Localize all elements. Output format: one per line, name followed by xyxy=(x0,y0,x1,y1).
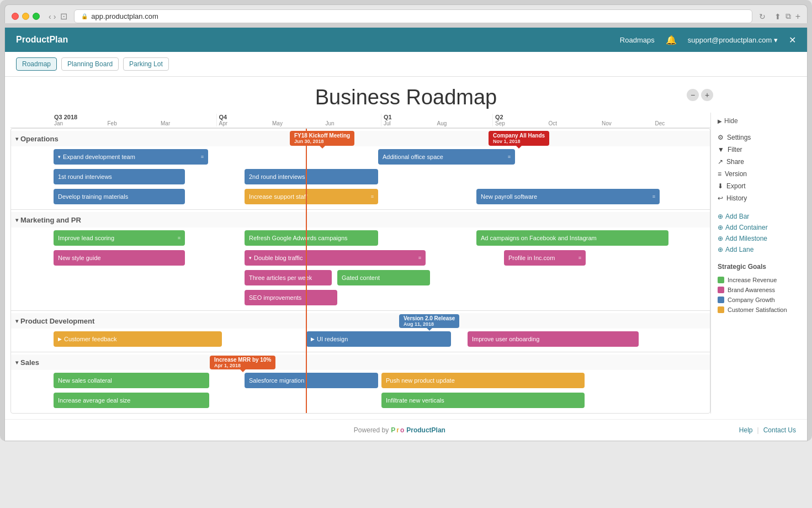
roadmaps-nav[interactable]: Roadmaps xyxy=(620,36,655,44)
milestone-fy18[interactable]: FY18 Kickoff Meeting Jun 30, 2018 xyxy=(290,131,354,146)
legend-dot-blue xyxy=(718,297,724,303)
window-button[interactable]: ⧉ xyxy=(786,12,791,22)
contact-link[interactable]: Contact Us xyxy=(763,426,796,434)
add-milestone-icon: ⊕ xyxy=(718,235,723,242)
legend-dot-pink xyxy=(718,287,724,293)
minimize-traffic-light[interactable] xyxy=(22,13,29,20)
export-item[interactable]: ⬇ Export xyxy=(718,180,795,192)
bar-salesforce-migration[interactable]: Salesforce migration xyxy=(245,373,378,388)
month-aug: Aug xyxy=(437,120,491,126)
back-button[interactable]: ‹ xyxy=(49,12,51,21)
bar-improve-onboarding[interactable]: Improve user onboarding xyxy=(468,331,639,347)
bar-new-sales-collateral[interactable]: New sales collateral xyxy=(54,373,209,388)
maximize-traffic-light[interactable] xyxy=(33,13,40,20)
roadmap-tab-label[interactable]: Roadmap xyxy=(16,57,57,71)
reader-button[interactable]: ⊡ xyxy=(60,11,67,22)
forward-button[interactable]: › xyxy=(54,12,56,21)
legend-dot-orange xyxy=(718,306,724,313)
zoom-in-button[interactable]: + xyxy=(701,89,713,101)
bar-ui-redesign[interactable]: ▶ UI redesign xyxy=(306,331,451,347)
bar-2nd-interviews[interactable]: 2nd round interviews xyxy=(245,169,378,184)
month-may: May xyxy=(272,120,326,126)
bar-seo[interactable]: SEO improvements xyxy=(245,290,337,305)
traffic-lights xyxy=(12,13,40,20)
milestone-allhands[interactable]: Company All Hands Nov 1, 2018 xyxy=(489,131,549,146)
support-nav[interactable]: support@productplan.com ▾ xyxy=(688,36,778,44)
divider: | xyxy=(757,426,759,434)
operations-header[interactable]: ▾ Operations xyxy=(11,131,710,146)
help-link[interactable]: Help xyxy=(739,426,753,434)
version-item[interactable]: ≡ Version xyxy=(718,168,795,180)
bar-customer-feedback[interactable]: ▶ Customer feedback xyxy=(54,331,222,347)
reload-button[interactable]: ↻ xyxy=(759,12,766,21)
bar-new-payroll[interactable]: New payroll software ≡ xyxy=(476,189,660,204)
bar-row-training: Develop training materials Increase supp… xyxy=(11,187,710,206)
bar-infiltrate-verticals[interactable]: Infiltrate new verticals xyxy=(381,393,585,408)
month-nov: Nov xyxy=(602,120,655,126)
parking-lot-tab[interactable]: Parking Lot xyxy=(123,57,169,71)
bar-profile-inc[interactable]: Profile in Inc.com ≡ xyxy=(504,250,586,266)
version-label: Version xyxy=(725,170,747,178)
export-icon: ⬇ xyxy=(718,182,723,190)
add-container-item[interactable]: ⊕ Add Container xyxy=(718,222,795,233)
sales-header[interactable]: ▾ Sales xyxy=(11,354,710,370)
month-dec: Dec xyxy=(655,120,709,126)
bar-ad-campaigns[interactable]: Ad campaigns on Facebook and Instagram xyxy=(476,230,668,246)
bar-double-blog[interactable]: ▾ Double blog traffic ≡ xyxy=(245,250,426,266)
bar-increase-support[interactable]: Increase support staff ≡ xyxy=(245,189,378,204)
share-browser-button[interactable]: ⬆ xyxy=(774,12,781,22)
bar-improve-lead[interactable]: Improve lead scoring ≡ xyxy=(54,230,185,246)
add-lane-item[interactable]: ⊕ Add Lane xyxy=(718,244,795,255)
double-blog-label: Double blog traffic xyxy=(254,255,302,261)
bar-new-style[interactable]: New style guide xyxy=(54,250,185,266)
milestone-mrr[interactable]: Increase MRR by 10% Apr 1, 2018 xyxy=(210,356,275,369)
product-chevron: ▾ xyxy=(15,318,18,324)
history-item[interactable]: ↩ History xyxy=(718,192,795,204)
add-milestone-item[interactable]: ⊕ Add Milestone xyxy=(718,233,795,244)
product-header[interactable]: ▾ Product Development xyxy=(11,313,710,329)
bar-push-new-product[interactable]: Push new product update xyxy=(381,373,585,388)
zoom-out-button[interactable]: − xyxy=(687,89,699,101)
bar-refresh-google[interactable]: Refresh Google Adwords campaigns xyxy=(245,230,378,246)
ui-redesign-label: UI redesign xyxy=(317,336,348,342)
month-feb: Feb xyxy=(108,120,161,126)
goal-growth-label: Company Growth xyxy=(728,297,775,303)
bar-develop-training[interactable]: Develop training materials xyxy=(54,189,185,204)
share-item[interactable]: ↗ Share xyxy=(718,156,795,168)
lock-icon: 🔒 xyxy=(81,13,88,19)
month-jul: Jul xyxy=(384,120,437,126)
bar-three-articles[interactable]: Three articles per week xyxy=(245,270,332,285)
close-traffic-light[interactable] xyxy=(12,13,19,20)
app-logo: ProductPlan xyxy=(16,35,68,45)
add-bar-item[interactable]: ⊕ Add Bar xyxy=(718,211,795,222)
planning-board-tab[interactable]: Planning Board xyxy=(61,57,119,71)
chevron-icon: ▶ xyxy=(718,118,722,124)
strategic-goals-label: Strategic Goals xyxy=(718,263,795,271)
bar-1st-interviews[interactable]: 1st round interviews xyxy=(54,169,185,184)
strategic-goals-section: Strategic Goals Increase Revenue Brand A… xyxy=(718,263,795,315)
address-bar[interactable]: 🔒 app.productplan.com xyxy=(74,9,752,23)
bar-gated-content[interactable]: Gated content xyxy=(337,270,430,285)
q3-header: Q3 2018 Jan Feb Mar xyxy=(52,114,216,126)
milestone-v2-release[interactable]: Version 2.0 Release Aug 11, 2018 xyxy=(399,314,459,328)
hide-button[interactable]: ▶ Hide xyxy=(718,117,795,125)
settings-item[interactable]: ⚙ Settings xyxy=(718,131,795,144)
close-icon[interactable]: ✕ xyxy=(789,35,796,45)
filter-item[interactable]: ▼ Filter xyxy=(718,144,795,156)
add-lane-icon: ⊕ xyxy=(718,246,723,253)
goal-satisfaction-label: Customer Satisfaction xyxy=(728,306,787,313)
export-label: Export xyxy=(726,182,746,190)
infiltrate-verticals-label: Infiltrate new verticals xyxy=(386,397,444,404)
roadmap-grid: FY18 Kickoff Meeting Jun 30, 2018 Compan… xyxy=(10,128,710,414)
q3-label: Q3 2018 xyxy=(54,114,214,120)
app-window: ProductPlan Roadmaps 🔔 support@productpl… xyxy=(4,28,808,441)
bar-expand-dev-team[interactable]: ▾ Expand development team ≡ xyxy=(54,149,208,165)
new-tab-button[interactable]: + xyxy=(795,12,800,22)
bar-additional-office[interactable]: Additional office space ≡ xyxy=(378,149,515,165)
improve-onboarding-label: Improve user onboarding xyxy=(472,336,539,342)
marketing-header[interactable]: ▾ Marketing and PR xyxy=(11,212,710,227)
bar-increase-avg-deal[interactable]: Increase average deal size xyxy=(54,393,209,408)
bar-row-interviews: 1st round interviews 2nd round interview… xyxy=(11,167,710,186)
q1-header: Q1 Jul Aug xyxy=(381,114,492,126)
notification-icon[interactable]: 🔔 xyxy=(666,35,677,45)
